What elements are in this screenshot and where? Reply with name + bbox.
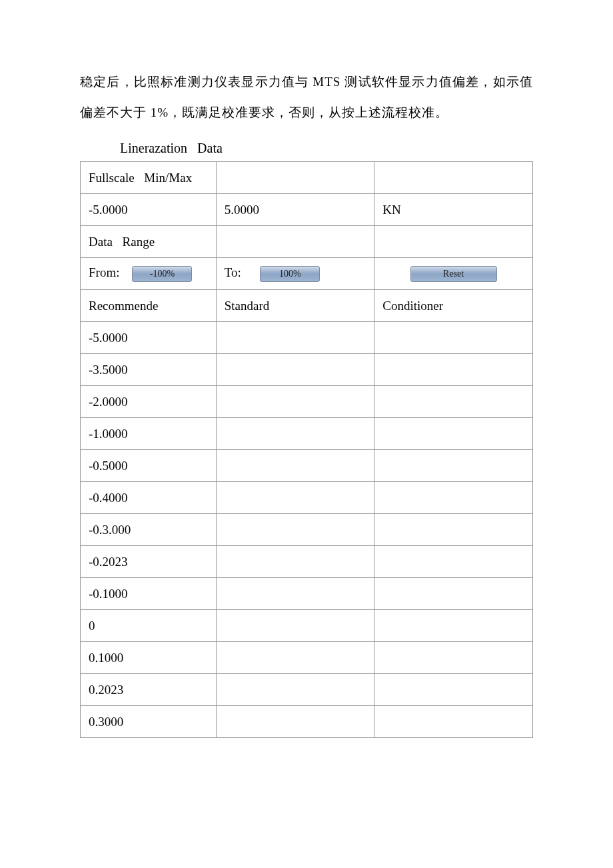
table-row: Fullscale Min/Max — [81, 162, 533, 194]
empty-cell — [216, 546, 374, 578]
empty-cell — [216, 674, 374, 706]
empty-cell — [374, 546, 533, 578]
table-row: -1.0000 — [81, 418, 533, 450]
empty-cell — [374, 482, 533, 514]
table-row: 0.2023 — [81, 674, 533, 706]
value-cell: 0.2023 — [81, 674, 217, 706]
section-title: Linerazation Data — [120, 141, 533, 156]
table-row: -0.1000 — [81, 578, 533, 610]
empty-cell — [216, 610, 374, 642]
empty-cell — [374, 354, 533, 386]
value-cell: -2.0000 — [81, 386, 217, 418]
empty-cell — [374, 322, 533, 354]
empty-cell — [374, 418, 533, 450]
fullscale-label: Fullscale Min/Max — [81, 162, 217, 194]
header-conditioner: Conditioner — [374, 290, 533, 322]
fullscale-min: -5.0000 — [81, 194, 217, 226]
value-cell: -0.2023 — [81, 546, 217, 578]
empty-cell — [216, 450, 374, 482]
value-cell: -0.4000 — [81, 482, 217, 514]
empty-cell — [216, 578, 374, 610]
fullscale-max: 5.0000 — [216, 194, 374, 226]
table-row: -3.5000 — [81, 354, 533, 386]
empty-cell — [374, 642, 533, 674]
table-row: -0.3.000 — [81, 514, 533, 546]
linearization-table: Fullscale Min/Max -5.0000 5.0000 KN Data… — [80, 161, 533, 738]
empty-cell — [374, 386, 533, 418]
empty-cell — [216, 386, 374, 418]
table-row: -5.0000 — [81, 322, 533, 354]
value-cell: 0.3000 — [81, 706, 217, 738]
header-recommende: Recommende — [81, 290, 217, 322]
to-cell: To: 100% — [216, 258, 374, 290]
empty-cell — [216, 354, 374, 386]
empty-cell — [374, 674, 533, 706]
intro-paragraph: 稳定后，比照标准测力仪表显示力值与 MTS 测试软件显示力值偏差，如示值偏差不大… — [80, 67, 533, 127]
value-cell: -3.5000 — [81, 354, 217, 386]
value-cell: -0.3.000 — [81, 514, 217, 546]
value-cell: -0.5000 — [81, 450, 217, 482]
table-row: From: -100% To: 100% Reset — [81, 258, 533, 290]
table-row: -0.4000 — [81, 482, 533, 514]
value-cell: -1.0000 — [81, 418, 217, 450]
fullscale-unit: KN — [374, 194, 533, 226]
table-row: 0.3000 — [81, 706, 533, 738]
value-cell: 0.1000 — [81, 642, 217, 674]
empty-cell — [216, 482, 374, 514]
table-row: Data Range — [81, 226, 533, 258]
empty-cell — [374, 162, 533, 194]
value-cell: -5.0000 — [81, 322, 217, 354]
table-row: Recommende Standard Conditioner — [81, 290, 533, 322]
to-label: To: — [225, 265, 241, 279]
table-row: -5.0000 5.0000 KN — [81, 194, 533, 226]
table-row: 0 — [81, 610, 533, 642]
from-percent-button[interactable]: -100% — [132, 266, 192, 282]
empty-cell — [374, 450, 533, 482]
from-label: From: — [89, 265, 119, 279]
empty-cell — [216, 706, 374, 738]
empty-cell — [374, 578, 533, 610]
empty-cell — [374, 706, 533, 738]
datarange-label: Data Range — [81, 226, 217, 258]
table-row: -0.2023 — [81, 546, 533, 578]
reset-button[interactable]: Reset — [410, 266, 497, 282]
empty-cell — [374, 226, 533, 258]
empty-cell — [374, 610, 533, 642]
value-cell: 0 — [81, 610, 217, 642]
table-row: -0.5000 — [81, 450, 533, 482]
from-cell: From: -100% — [81, 258, 217, 290]
value-cell: -0.1000 — [81, 578, 217, 610]
to-percent-button[interactable]: 100% — [260, 266, 320, 282]
table-row: -2.0000 — [81, 386, 533, 418]
empty-cell — [216, 514, 374, 546]
empty-cell — [216, 162, 374, 194]
header-standard: Standard — [216, 290, 374, 322]
empty-cell — [216, 642, 374, 674]
empty-cell — [216, 418, 374, 450]
empty-cell — [216, 226, 374, 258]
empty-cell — [216, 322, 374, 354]
empty-cell — [374, 514, 533, 546]
table-row: 0.1000 — [81, 642, 533, 674]
reset-cell: Reset — [374, 258, 533, 290]
